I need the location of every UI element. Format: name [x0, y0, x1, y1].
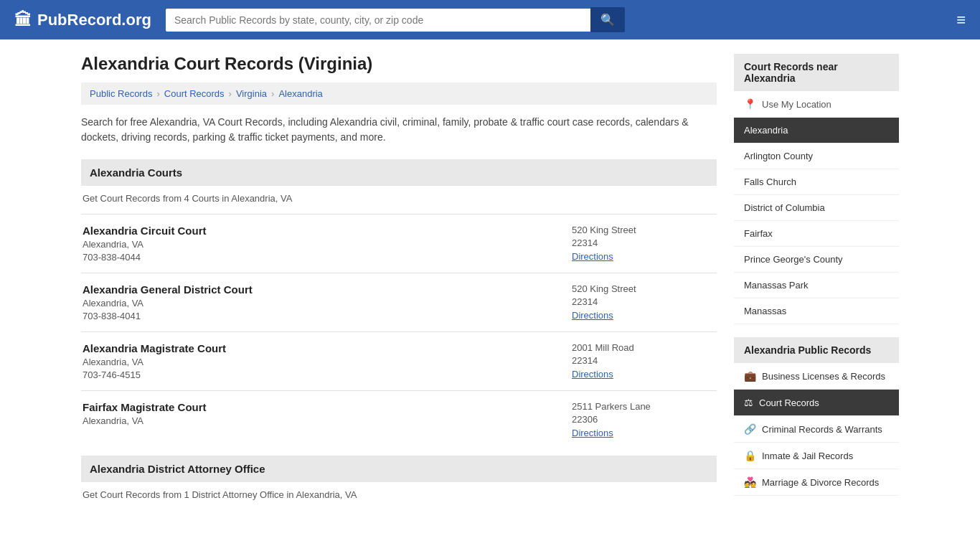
court-address: 520 King Street	[572, 225, 715, 235]
site-header: 🏛 PubRecord.org 🔍 ≡	[0, 0, 980, 39]
search-icon: 🔍	[600, 14, 615, 26]
directions-link[interactable]: Directions	[572, 251, 613, 262]
pub-records-label: Marriage & Divorce Records	[762, 477, 879, 488]
court-city: Alexandria, VA	[83, 357, 557, 367]
main-content: Alexandria Court Records (Virginia) Publ…	[81, 54, 717, 510]
court-entry: Alexandria Circuit Court Alexandria, VA …	[81, 214, 717, 273]
public-records-section: Alexandria Public Records 💼 Business Lic…	[734, 337, 899, 496]
sidebar: Court Records near Alexandria 📍 Use My L…	[734, 54, 899, 510]
court-left: Fairfax Magistrate Court Alexandria, VA	[83, 401, 557, 438]
use-location-label: Use My Location	[762, 99, 831, 110]
pub-records-sidebar-item[interactable]: ⚖ Court Records	[734, 390, 899, 416]
pub-records-icon: 🔗	[744, 423, 756, 435]
courts-section-header: Alexandria Courts	[81, 159, 717, 186]
courts-section-subtext: Get Court Records from 4 Courts in Alexa…	[81, 193, 717, 204]
nearby-sidebar-item[interactable]: Manassas	[734, 298, 899, 324]
court-right: 2511 Parkers Lane 22306 Directions	[572, 401, 715, 438]
da-section-header: Alexandria District Attorney Office	[81, 456, 717, 482]
page-title: Alexandria Court Records (Virginia)	[81, 54, 717, 74]
pub-records-label: Court Records	[759, 397, 819, 408]
court-city: Alexandria, VA	[83, 415, 557, 426]
da-section: Alexandria District Attorney Office Get …	[81, 456, 717, 500]
court-city: Alexandria, VA	[83, 298, 557, 309]
pub-records-icon: 💑	[744, 476, 756, 488]
court-name: Alexandria General District Court	[83, 283, 557, 296]
nearby-sidebar-item[interactable]: Alexandria	[734, 118, 899, 143]
court-phone: 703-746-4515	[83, 369, 557, 380]
court-address: 2001 Mill Road	[572, 342, 715, 353]
breadcrumb-alexandria[interactable]: Alexandria	[278, 88, 322, 99]
court-left: Alexandria Magistrate Court Alexandria, …	[83, 342, 557, 380]
breadcrumb-court-records[interactable]: Court Records	[164, 88, 225, 99]
court-entry: Fairfax Magistrate Court Alexandria, VA …	[81, 390, 717, 448]
court-right: 520 King Street 22314 Directions	[572, 283, 715, 321]
pub-records-icon: 🔒	[744, 450, 756, 461]
breadcrumb-sep-1: ›	[156, 88, 159, 99]
court-zip: 22314	[572, 355, 715, 366]
pub-records-sidebar-item[interactable]: 🔗 Criminal Records & Warrants	[734, 416, 899, 443]
nearby-sidebar-item[interactable]: Arlington County	[734, 143, 899, 169]
nearby-list: AlexandriaArlington CountyFalls ChurchDi…	[734, 118, 899, 324]
location-icon: 📍	[744, 98, 756, 110]
public-records-section-title: Alexandria Public Records	[734, 337, 899, 363]
logo-text: PubRecord.org	[37, 11, 151, 29]
pub-records-label: Business Licenses & Records	[762, 371, 885, 382]
pub-records-icon: 💼	[744, 370, 756, 382]
court-phone: 703-838-4044	[83, 252, 557, 263]
logo[interactable]: 🏛 PubRecord.org	[14, 10, 151, 30]
nearby-sidebar-item[interactable]: District of Columbia	[734, 195, 899, 221]
pub-records-label: Inmate & Jail Records	[762, 451, 853, 461]
pub-records-sidebar-item[interactable]: 💼 Business Licenses & Records	[734, 363, 899, 390]
court-name: Fairfax Magistrate Court	[83, 401, 557, 413]
nearby-sidebar-item[interactable]: Prince George's County	[734, 247, 899, 273]
directions-link[interactable]: Directions	[572, 310, 613, 321]
pub-records-sidebar-item[interactable]: 💑 Marriage & Divorce Records	[734, 469, 899, 496]
directions-link[interactable]: Directions	[572, 369, 613, 380]
page-description: Search for free Alexandria, VA Court Rec…	[81, 115, 717, 145]
use-location-item[interactable]: 📍 Use My Location	[734, 91, 899, 118]
breadcrumb-sep-2: ›	[229, 88, 232, 99]
search-button[interactable]: 🔍	[590, 7, 625, 32]
courts-list: Alexandria Circuit Court Alexandria, VA …	[81, 214, 717, 448]
page-container: Alexandria Court Records (Virginia) Publ…	[60, 39, 920, 524]
court-entry: Alexandria General District Court Alexan…	[81, 273, 717, 331]
court-phone: 703-838-4041	[83, 311, 557, 321]
directions-link[interactable]: Directions	[572, 428, 613, 438]
nearby-sidebar-item[interactable]: Fairfax	[734, 221, 899, 247]
court-zip: 22314	[572, 237, 715, 248]
pub-records-icon: ⚖	[744, 397, 753, 408]
nearby-sidebar-item[interactable]: Manassas Park	[734, 273, 899, 298]
breadcrumb-sep-3: ›	[271, 88, 274, 99]
court-address: 2511 Parkers Lane	[572, 401, 715, 412]
court-right: 2001 Mill Road 22314 Directions	[572, 342, 715, 380]
nearby-sidebar-item[interactable]: Falls Church	[734, 169, 899, 195]
court-left: Alexandria Circuit Court Alexandria, VA …	[83, 225, 557, 263]
breadcrumb-public-records[interactable]: Public Records	[90, 88, 152, 99]
hamburger-icon: ≡	[956, 11, 966, 29]
court-right: 520 King Street 22314 Directions	[572, 225, 715, 263]
breadcrumb-virginia[interactable]: Virginia	[236, 88, 267, 99]
pub-records-sidebar-item[interactable]: 🔒 Inmate & Jail Records	[734, 443, 899, 469]
court-address: 520 King Street	[572, 283, 715, 294]
court-entry: Alexandria Magistrate Court Alexandria, …	[81, 331, 717, 390]
court-name: Alexandria Circuit Court	[83, 225, 557, 237]
da-section-subtext: Get Court Records from 1 District Attorn…	[81, 489, 717, 500]
search-area: 🔍	[166, 7, 625, 32]
court-city: Alexandria, VA	[83, 239, 557, 250]
breadcrumb: Public Records › Court Records › Virgini…	[81, 83, 717, 105]
pub-records-label: Criminal Records & Warrants	[762, 424, 882, 435]
nearby-section-title: Court Records near Alexandria	[734, 54, 899, 91]
court-zip: 22306	[572, 414, 715, 425]
pub-records-list: 💼 Business Licenses & Records ⚖ Court Re…	[734, 363, 899, 496]
search-input[interactable]	[166, 9, 590, 32]
logo-icon: 🏛	[14, 10, 32, 30]
court-left: Alexandria General District Court Alexan…	[83, 283, 557, 321]
menu-button[interactable]: ≡	[956, 11, 966, 29]
court-zip: 22314	[572, 296, 715, 307]
court-name: Alexandria Magistrate Court	[83, 342, 557, 354]
